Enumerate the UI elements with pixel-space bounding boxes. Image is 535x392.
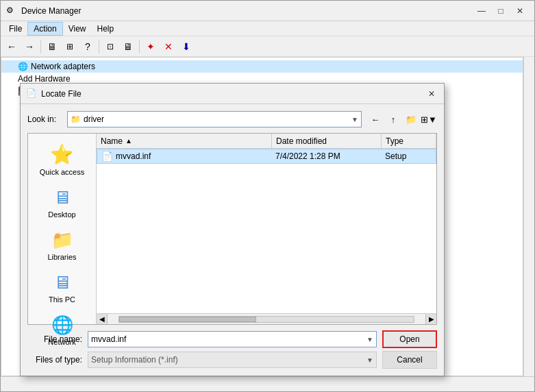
view-menu-button[interactable]: ⊞▼ [421,111,437,127]
title-bar-left: ⚙ Device Manager [6,5,81,16]
toolbar-add[interactable]: ✦ [142,38,159,55]
menu-bar: File Action View Help [1,21,534,36]
files-of-type-arrow-icon: ▼ [366,356,373,364]
file-type-cell: Setup [381,151,436,161]
toolbar-update[interactable]: ⬇ [178,38,195,55]
menu-file[interactable]: File [3,23,27,35]
toolbar-sep-2 [99,40,99,53]
nav-back-button[interactable]: ← [367,111,384,127]
window-title: Device Manager [21,6,81,16]
toolbar-sep-1 [40,40,41,53]
toolbar-back[interactable]: ← [3,38,20,55]
toolbar-display[interactable]: ⊡ [102,38,119,55]
col-date[interactable]: Date modified [272,134,382,148]
main-scrollbar[interactable] [523,57,534,376]
dialog-body: Look in: 📁 driver ▼ ← ↑ 📁 ⊞▼ [21,104,444,376]
network-adapters-label: Network adapters [31,62,95,71]
this-pc-icon: 🖥 [53,272,71,293]
toolbar-forward[interactable]: → [21,38,38,55]
nav-up-button[interactable]: ↑ [385,111,401,127]
new-folder-button[interactable]: 📁 [403,111,419,127]
dialog-title-left: 📄 Locate File [26,88,82,99]
cancel-button[interactable]: Cancel [382,351,437,369]
file-list-body: 📄 mvvad.inf 7/4/2022 1:28 PM Setup [97,149,436,313]
sort-arrow-icon: ▲ [125,137,132,145]
hscroll-right-btn[interactable]: ▶ [425,314,436,324]
look-in-combo[interactable]: 📁 driver ▼ [67,111,362,127]
network-adapters-icon: 🌐 [18,62,28,71]
file-name-row: File name: ▼ Files of type: Setup Inform… [27,330,437,369]
menu-help[interactable]: Help [92,23,120,35]
form-fields: File name: ▼ Files of type: Setup Inform… [27,331,377,368]
dialog-title-bar: 📄 Locate File ✕ [21,84,444,104]
col-name[interactable]: Name ▲ [97,134,272,148]
toolbar: ← → 🖥 ⊞ ? ⊡ 🖥 ✦ ✕ ⬇ [1,36,534,57]
this-pc-label: This PC [49,295,75,304]
close-button[interactable]: ✕ [511,4,529,18]
tree-network-adapters[interactable]: 🌐 Network adapters [1,60,523,73]
nav-libraries[interactable]: 📁 Libraries [32,227,93,264]
dialog-close-button[interactable]: ✕ [425,88,438,100]
toolbar-sep-3 [139,40,140,53]
app-icon: ⚙ [6,5,17,16]
nav-desktop[interactable]: 🖥 Desktop [32,184,93,221]
col-type[interactable]: Type [382,134,436,148]
file-name-input[interactable] [91,334,364,344]
file-name-label: File name: [27,334,82,344]
file-browser: ⭐ Quick access 🖥 Desktop 📁 Libraries [27,133,437,325]
file-date-cell: 7/4/2022 1:28 PM [271,151,381,161]
look-in-toolbar: ← ↑ 📁 ⊞▼ [367,111,437,127]
dialog-title-text: Locate File [41,89,82,99]
hscroll-thumb[interactable] [119,317,256,322]
title-bar-controls: — □ ✕ [473,4,529,18]
add-hardware-label: Add Hardware [18,74,71,84]
toolbar-monitor[interactable]: 🖥 [120,38,136,55]
menu-view[interactable]: View [63,23,92,35]
look-in-value: driver [84,114,351,124]
file-icon: 📄 [101,151,113,162]
open-button[interactable]: Open [382,330,437,348]
horizontal-scrollbar[interactable]: ◀ ▶ [97,313,436,324]
nav-panel: ⭐ Quick access 🖥 Desktop 📁 Libraries [28,134,97,324]
files-of-type-row: Files of type: Setup Information (*.inf)… [27,352,377,368]
title-bar: ⚙ Device Manager — □ ✕ [1,1,534,21]
nav-quick-access[interactable]: ⭐ Quick access [32,140,93,179]
file-name-input-wrapper: ▼ [88,331,377,347]
dialog-icon: 📄 [26,88,37,99]
file-row-mvvad[interactable]: 📄 mvvad.inf 7/4/2022 1:28 PM Setup [97,149,436,164]
locate-file-dialog: 📄 Locate File ✕ Look in: 📁 driver ▼ ← [20,83,445,376]
toolbar-help[interactable]: ? [79,38,96,55]
device-manager-window: ⚙ Device Manager — □ ✕ File Action View … [0,0,535,392]
desktop-label: Desktop [48,210,75,219]
look-in-folder-icon: 📁 [71,114,81,124]
look-in-arrow-icon: ▼ [351,116,358,123]
quick-access-label: Quick access [40,168,84,176]
files-of-type-label: Files of type: [27,355,82,365]
dialog-action-buttons: Open Cancel [382,330,437,369]
toolbar-remove[interactable]: ✕ [160,38,177,55]
hscroll-track [119,316,414,323]
desktop-icon: 🖥 [53,187,71,208]
libraries-label: Libraries [47,253,76,261]
files-of-type-value: Setup Information (*.inf) [91,355,364,365]
quick-access-icon: ⭐ [50,143,74,166]
minimize-button[interactable]: — [473,4,490,18]
look-in-label: Look in: [27,114,62,124]
libraries-icon: 📁 [51,230,73,251]
look-in-row: Look in: 📁 driver ▼ ← ↑ 📁 ⊞▼ [27,111,437,127]
status-bar [1,376,534,391]
hscroll-left-btn[interactable]: ◀ [97,314,108,324]
file-name-form-row: File name: ▼ [27,331,377,347]
file-list-area: Name ▲ Date modified Type [97,134,436,324]
file-name-dropdown-icon[interactable]: ▼ [366,336,373,343]
toolbar-grid[interactable]: ⊞ [62,38,78,55]
file-list-header: Name ▲ Date modified Type [97,134,436,149]
toolbar-computer[interactable]: 🖥 [44,38,60,55]
file-name-cell: 📄 mvvad.inf [97,151,271,162]
maximize-button[interactable]: □ [492,4,510,18]
files-of-type-select[interactable]: Setup Information (*.inf) ▼ [88,352,377,368]
nav-this-pc[interactable]: 🖥 This PC [32,269,93,306]
menu-action[interactable]: Action [27,22,62,36]
